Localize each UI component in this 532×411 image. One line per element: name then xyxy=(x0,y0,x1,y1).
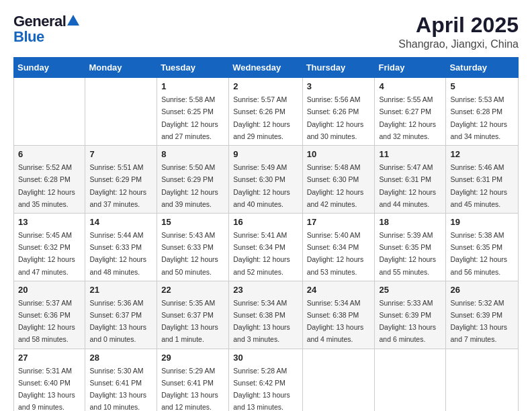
week-row-3: 13Sunrise: 5:45 AM Sunset: 6:32 PM Dayli… xyxy=(14,213,519,281)
header-row: SundayMondayTuesdayWednesdayThursdayFrid… xyxy=(14,58,519,78)
logo-blue-text: Blue xyxy=(13,30,79,44)
day-info: Sunrise: 5:52 AM Sunset: 6:28 PM Dayligh… xyxy=(18,163,75,208)
day-number: 22 xyxy=(161,285,224,295)
day-info: Sunrise: 5:41 AM Sunset: 6:34 PM Dayligh… xyxy=(233,231,290,276)
header-wednesday: Wednesday xyxy=(229,58,302,78)
day-cell: 11Sunrise: 5:47 AM Sunset: 6:31 PM Dayli… xyxy=(375,146,446,214)
day-cell: 24Sunrise: 5:34 AM Sunset: 6:38 PM Dayli… xyxy=(302,281,375,349)
day-info: Sunrise: 5:56 AM Sunset: 6:26 PM Dayligh… xyxy=(307,95,364,140)
logo-icon xyxy=(67,14,79,26)
header-friday: Friday xyxy=(375,58,446,78)
day-number: 4 xyxy=(379,81,441,91)
day-number: 13 xyxy=(18,217,81,227)
day-number: 19 xyxy=(450,217,514,227)
header-thursday: Thursday xyxy=(302,58,375,78)
day-info: Sunrise: 5:48 AM Sunset: 6:30 PM Dayligh… xyxy=(307,163,364,208)
header-saturday: Saturday xyxy=(446,58,519,78)
day-info: Sunrise: 5:38 AM Sunset: 6:35 PM Dayligh… xyxy=(450,231,507,276)
header: General Blue April 2025 Shangrao, Jiangx… xyxy=(13,13,519,50)
day-info: Sunrise: 5:37 AM Sunset: 6:36 PM Dayligh… xyxy=(18,299,75,344)
day-cell: 16Sunrise: 5:41 AM Sunset: 6:34 PM Dayli… xyxy=(229,213,302,281)
week-row-1: 1Sunrise: 5:58 AM Sunset: 6:25 PM Daylig… xyxy=(14,78,519,146)
day-cell: 28Sunrise: 5:30 AM Sunset: 6:41 PM Dayli… xyxy=(85,349,157,411)
day-info: Sunrise: 5:49 AM Sunset: 6:30 PM Dayligh… xyxy=(233,163,290,208)
day-number: 16 xyxy=(233,217,298,227)
day-cell: 10Sunrise: 5:48 AM Sunset: 6:30 PM Dayli… xyxy=(302,146,375,214)
day-info: Sunrise: 5:33 AM Sunset: 6:39 PM Dayligh… xyxy=(379,299,436,344)
day-info: Sunrise: 5:36 AM Sunset: 6:37 PM Dayligh… xyxy=(89,299,146,344)
logo-general-text: General xyxy=(13,13,66,30)
header-tuesday: Tuesday xyxy=(157,58,229,78)
day-info: Sunrise: 5:30 AM Sunset: 6:41 PM Dayligh… xyxy=(89,367,146,411)
day-number: 21 xyxy=(89,285,152,295)
day-number: 25 xyxy=(379,285,441,295)
logo: General Blue xyxy=(13,13,79,44)
day-number: 18 xyxy=(379,217,441,227)
day-number: 14 xyxy=(89,217,152,227)
day-info: Sunrise: 5:57 AM Sunset: 6:26 PM Dayligh… xyxy=(233,95,290,140)
day-info: Sunrise: 5:34 AM Sunset: 6:38 PM Dayligh… xyxy=(233,299,290,344)
day-cell: 12Sunrise: 5:46 AM Sunset: 6:31 PM Dayli… xyxy=(446,146,519,214)
day-number: 27 xyxy=(18,353,81,363)
day-number: 1 xyxy=(161,81,224,91)
day-info: Sunrise: 5:46 AM Sunset: 6:31 PM Dayligh… xyxy=(450,163,507,208)
day-info: Sunrise: 5:39 AM Sunset: 6:35 PM Dayligh… xyxy=(379,231,436,276)
day-info: Sunrise: 5:47 AM Sunset: 6:31 PM Dayligh… xyxy=(379,163,436,208)
week-row-4: 20Sunrise: 5:37 AM Sunset: 6:36 PM Dayli… xyxy=(14,281,519,349)
day-cell xyxy=(446,349,519,411)
day-cell: 27Sunrise: 5:31 AM Sunset: 6:40 PM Dayli… xyxy=(14,349,85,411)
day-cell: 2Sunrise: 5:57 AM Sunset: 6:26 PM Daylig… xyxy=(229,78,302,146)
day-number: 2 xyxy=(233,81,298,91)
day-cell: 23Sunrise: 5:34 AM Sunset: 6:38 PM Dayli… xyxy=(229,281,302,349)
day-info: Sunrise: 5:31 AM Sunset: 6:40 PM Dayligh… xyxy=(18,367,75,411)
title-area: April 2025 Shangrao, Jiangxi, China xyxy=(398,13,519,50)
day-number: 30 xyxy=(233,353,298,363)
day-number: 23 xyxy=(233,285,298,295)
day-cell: 3Sunrise: 5:56 AM Sunset: 6:26 PM Daylig… xyxy=(302,78,375,146)
day-info: Sunrise: 5:28 AM Sunset: 6:42 PM Dayligh… xyxy=(233,367,290,411)
calendar-table: SundayMondayTuesdayWednesdayThursdayFrid… xyxy=(13,57,519,411)
day-number: 15 xyxy=(161,217,224,227)
location-title: Shangrao, Jiangxi, China xyxy=(398,38,519,50)
day-cell xyxy=(85,78,157,146)
day-number: 5 xyxy=(450,81,514,91)
day-number: 28 xyxy=(89,353,152,363)
month-title: April 2025 xyxy=(398,13,519,37)
day-number: 10 xyxy=(307,149,371,159)
day-info: Sunrise: 5:55 AM Sunset: 6:27 PM Dayligh… xyxy=(379,95,436,140)
day-cell xyxy=(302,349,375,411)
day-number: 17 xyxy=(307,217,371,227)
day-info: Sunrise: 5:51 AM Sunset: 6:29 PM Dayligh… xyxy=(89,163,146,208)
day-cell: 21Sunrise: 5:36 AM Sunset: 6:37 PM Dayli… xyxy=(85,281,157,349)
day-info: Sunrise: 5:40 AM Sunset: 6:34 PM Dayligh… xyxy=(307,231,364,276)
day-cell: 13Sunrise: 5:45 AM Sunset: 6:32 PM Dayli… xyxy=(14,213,85,281)
day-info: Sunrise: 5:45 AM Sunset: 6:32 PM Dayligh… xyxy=(18,231,75,276)
day-cell: 14Sunrise: 5:44 AM Sunset: 6:33 PM Dayli… xyxy=(85,213,157,281)
day-cell: 15Sunrise: 5:43 AM Sunset: 6:33 PM Dayli… xyxy=(157,213,229,281)
day-number: 3 xyxy=(307,81,371,91)
week-row-5: 27Sunrise: 5:31 AM Sunset: 6:40 PM Dayli… xyxy=(14,349,519,411)
day-number: 6 xyxy=(18,149,81,159)
day-cell: 30Sunrise: 5:28 AM Sunset: 6:42 PM Dayli… xyxy=(229,349,302,411)
day-number: 7 xyxy=(89,149,152,159)
day-info: Sunrise: 5:43 AM Sunset: 6:33 PM Dayligh… xyxy=(161,231,218,276)
day-cell: 17Sunrise: 5:40 AM Sunset: 6:34 PM Dayli… xyxy=(302,213,375,281)
day-number: 11 xyxy=(379,149,441,159)
day-cell: 25Sunrise: 5:33 AM Sunset: 6:39 PM Dayli… xyxy=(375,281,446,349)
day-number: 24 xyxy=(307,285,371,295)
day-cell: 1Sunrise: 5:58 AM Sunset: 6:25 PM Daylig… xyxy=(157,78,229,146)
day-info: Sunrise: 5:32 AM Sunset: 6:39 PM Dayligh… xyxy=(450,299,507,344)
header-sunday: Sunday xyxy=(14,58,85,78)
day-info: Sunrise: 5:34 AM Sunset: 6:38 PM Dayligh… xyxy=(307,299,364,344)
day-cell: 26Sunrise: 5:32 AM Sunset: 6:39 PM Dayli… xyxy=(446,281,519,349)
day-info: Sunrise: 5:50 AM Sunset: 6:29 PM Dayligh… xyxy=(161,163,218,208)
day-cell: 5Sunrise: 5:53 AM Sunset: 6:28 PM Daylig… xyxy=(446,78,519,146)
day-number: 8 xyxy=(161,149,224,159)
day-number: 12 xyxy=(450,149,514,159)
day-info: Sunrise: 5:53 AM Sunset: 6:28 PM Dayligh… xyxy=(450,95,507,140)
day-cell xyxy=(375,349,446,411)
day-number: 29 xyxy=(161,353,224,363)
day-cell: 9Sunrise: 5:49 AM Sunset: 6:30 PM Daylig… xyxy=(229,146,302,214)
day-cell: 8Sunrise: 5:50 AM Sunset: 6:29 PM Daylig… xyxy=(157,146,229,214)
day-info: Sunrise: 5:58 AM Sunset: 6:25 PM Dayligh… xyxy=(161,95,218,140)
